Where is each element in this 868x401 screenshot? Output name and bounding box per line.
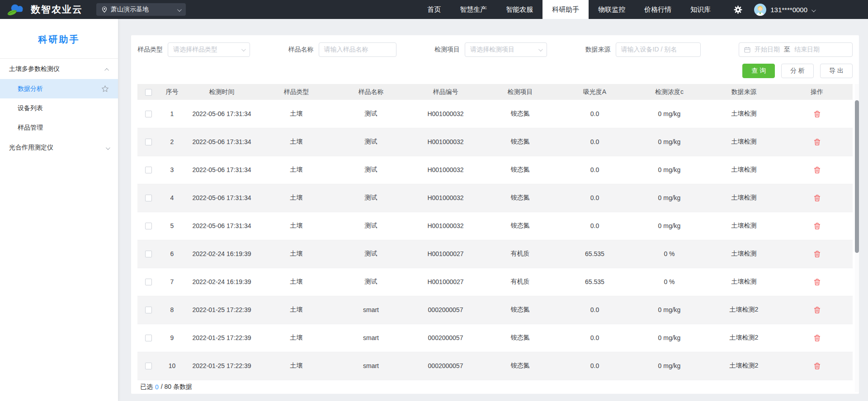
cell-sample-name: smart bbox=[334, 296, 408, 324]
table-row: 6 2022-02-24 16:19:39 土壤 测试 H001000027 有… bbox=[137, 240, 853, 268]
cell-sample-code: H001000032 bbox=[408, 100, 483, 128]
sidebar-group-soil-detector[interactable]: 土壤多参数检测仪 bbox=[0, 59, 118, 79]
nav-item-home[interactable]: 首页 bbox=[418, 0, 450, 19]
cell-absorbance: 0.0 bbox=[557, 296, 632, 324]
row-checkbox[interactable] bbox=[145, 111, 152, 117]
user-menu[interactable]: 131****0000 bbox=[754, 4, 815, 16]
col-sample-name: 样品名称 bbox=[334, 84, 408, 100]
row-checkbox[interactable] bbox=[145, 335, 152, 341]
cell-sample-type: 土壤 bbox=[259, 184, 334, 212]
location-pin-icon bbox=[102, 6, 107, 13]
delete-row-icon[interactable] bbox=[813, 138, 821, 146]
cell-test-item: 铵态氮 bbox=[483, 324, 557, 352]
total-suffix: / 80 条数据 bbox=[161, 383, 192, 391]
row-checkbox[interactable] bbox=[145, 251, 152, 257]
cell-sample-code: H001000032 bbox=[408, 128, 483, 156]
delete-row-icon[interactable] bbox=[813, 166, 821, 174]
query-button[interactable]: 查 询 bbox=[742, 64, 775, 78]
row-checkbox[interactable] bbox=[145, 363, 152, 369]
nav-item-knowledge[interactable]: 知识库 bbox=[681, 0, 720, 19]
select-all-checkbox[interactable] bbox=[145, 89, 152, 96]
cell-absorbance: 65.535 bbox=[557, 268, 632, 296]
cell-sample-name: 测试 bbox=[334, 268, 408, 296]
base-selector[interactable]: 萧山演示基地 bbox=[96, 3, 186, 16]
col-actions: 操作 bbox=[781, 84, 853, 100]
table-row: 10 2022-01-25 17:22:39 土壤 smart 00020000… bbox=[137, 352, 853, 380]
export-button[interactable]: 导 出 bbox=[820, 64, 853, 78]
sidebar-item-device-list[interactable]: 设备列表 bbox=[0, 98, 118, 118]
sidebar-item-data-analysis[interactable]: 数据分析 bbox=[0, 79, 118, 98]
nav-item-price[interactable]: 价格行情 bbox=[635, 0, 681, 19]
delete-row-icon[interactable] bbox=[813, 306, 821, 314]
analyze-button[interactable]: 分 析 bbox=[781, 64, 814, 78]
delete-row-icon[interactable] bbox=[813, 250, 821, 258]
date-range-picker[interactable]: 开始日期 至 结束日期 bbox=[739, 42, 853, 57]
cell-concentration: 0 mg/kg bbox=[632, 212, 707, 240]
avatar bbox=[754, 4, 766, 16]
table-scrollbar-thumb[interactable] bbox=[855, 100, 859, 253]
nav-item-research[interactable]: 科研助手 bbox=[542, 0, 589, 19]
cell-concentration: 0 mg/kg bbox=[632, 184, 707, 212]
delete-row-icon[interactable] bbox=[813, 194, 821, 202]
delete-row-icon[interactable] bbox=[813, 110, 821, 118]
cell-index: 9 bbox=[160, 324, 184, 352]
cell-data-source: 土壤检测2 bbox=[707, 324, 781, 352]
cell-absorbance: 0.0 bbox=[557, 352, 632, 380]
delete-row-icon[interactable] bbox=[813, 278, 821, 286]
data-source-input[interactable]: 请输入设备ID / 别名 bbox=[616, 42, 701, 57]
col-test-item: 检测项目 bbox=[483, 84, 557, 100]
row-checkbox[interactable] bbox=[145, 139, 152, 145]
cell-data-source: 土壤检测 bbox=[707, 212, 781, 240]
cell-sample-type: 土壤 bbox=[259, 324, 334, 352]
cell-sample-type: 土壤 bbox=[259, 296, 334, 324]
delete-row-icon[interactable] bbox=[813, 222, 821, 230]
col-absorbance: 吸光度A bbox=[557, 84, 632, 100]
star-icon[interactable] bbox=[101, 85, 109, 93]
row-checkbox[interactable] bbox=[145, 307, 152, 313]
cell-data-source: 土壤检测 bbox=[707, 156, 781, 184]
cell-time: 2022-01-25 17:22:39 bbox=[184, 352, 259, 380]
cell-sample-name: smart bbox=[334, 352, 408, 380]
col-data-source: 数据来源 bbox=[707, 84, 781, 100]
row-checkbox[interactable] bbox=[145, 195, 152, 201]
cell-absorbance: 0.0 bbox=[557, 128, 632, 156]
table-body: 1 2022-05-06 17:31:34 土壤 测试 H001000032 铵… bbox=[137, 100, 853, 380]
cell-sample-type: 土壤 bbox=[259, 268, 334, 296]
table-row: 7 2022-02-24 16:19:39 土壤 测试 H001000027 有… bbox=[137, 268, 853, 296]
content-card: 样品类型 请选择样品类型 样品名称 请输入样品名称 检测项目 请选择检测项目 bbox=[131, 35, 859, 394]
sidebar-group-photosynthesis[interactable]: 光合作用测定仪 bbox=[0, 137, 118, 158]
table-scrollbar-track bbox=[855, 84, 859, 392]
menu-item-label: 设备列表 bbox=[18, 104, 43, 112]
nav-item-service[interactable]: 智能农服 bbox=[496, 0, 542, 19]
cell-test-item: 铵态氮 bbox=[483, 100, 557, 128]
chevron-down-icon bbox=[811, 6, 815, 14]
delete-row-icon[interactable] bbox=[813, 362, 821, 370]
cell-absorbance: 0.0 bbox=[557, 324, 632, 352]
cell-concentration: 0 mg/kg bbox=[632, 156, 707, 184]
cell-sample-code: H001000032 bbox=[408, 156, 483, 184]
delete-row-icon[interactable] bbox=[813, 334, 821, 342]
sample-name-input[interactable]: 请输入样品名称 bbox=[319, 42, 396, 57]
row-checkbox[interactable] bbox=[145, 223, 152, 229]
cell-data-source: 土壤检测 bbox=[707, 128, 781, 156]
cell-absorbance: 0.0 bbox=[557, 156, 632, 184]
sidebar-item-sample-management[interactable]: 样品管理 bbox=[0, 118, 118, 137]
cell-time: 2022-05-06 17:31:34 bbox=[184, 156, 259, 184]
nav-item-iot[interactable]: 物联监控 bbox=[589, 0, 635, 19]
table-row: 2 2022-05-06 17:31:34 土壤 测试 H001000032 铵… bbox=[137, 128, 853, 156]
col-sample-code: 样品编号 bbox=[408, 84, 483, 100]
cell-sample-type: 土壤 bbox=[259, 100, 334, 128]
action-bar: 查 询 分 析 导 出 bbox=[137, 64, 853, 78]
end-date-placeholder: 结束日期 bbox=[794, 46, 820, 54]
filter-bar: 样品类型 请选择样品类型 样品名称 请输入样品名称 检测项目 请选择检测项目 bbox=[137, 42, 853, 57]
cell-index: 5 bbox=[160, 212, 184, 240]
sidebar-title: 科研助手 bbox=[0, 33, 118, 46]
sample-type-select[interactable]: 请选择样品类型 bbox=[168, 42, 250, 57]
cell-test-item: 铵态氮 bbox=[483, 128, 557, 156]
row-checkbox[interactable] bbox=[145, 167, 152, 173]
nav-item-production[interactable]: 智慧生产 bbox=[450, 0, 496, 19]
row-checkbox[interactable] bbox=[145, 279, 152, 285]
cell-data-source: 土壤检测 bbox=[707, 184, 781, 212]
test-item-select[interactable]: 请选择检测项目 bbox=[465, 42, 547, 57]
gear-icon[interactable] bbox=[734, 5, 742, 14]
